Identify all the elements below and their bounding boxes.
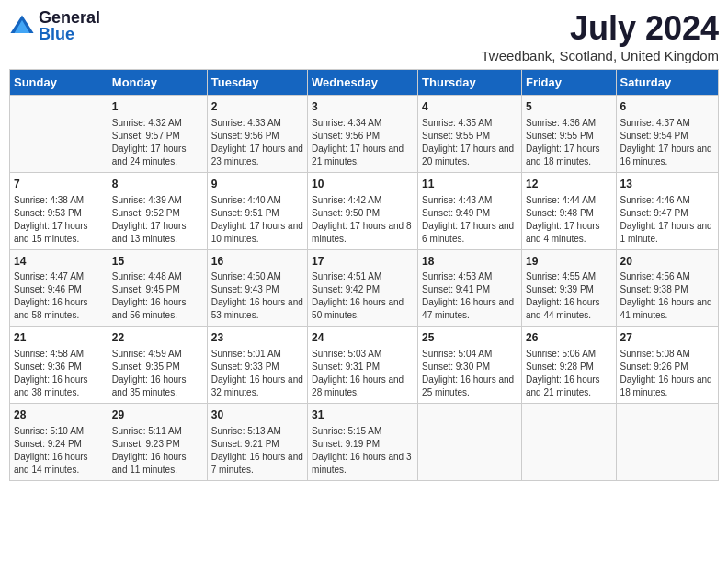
day-number: 15 <box>112 254 203 270</box>
calendar-cell: 17Sunrise: 4:51 AMSunset: 9:42 PMDayligh… <box>308 249 418 327</box>
day-number: 25 <box>422 330 518 346</box>
day-info: Sunrise: 5:01 AMSunset: 9:33 PMDaylight:… <box>211 348 303 399</box>
day-info: Sunrise: 4:39 AMSunset: 9:52 PMDaylight:… <box>112 194 203 246</box>
day-number: 24 <box>312 330 414 346</box>
day-number: 2 <box>211 99 303 115</box>
calendar-cell: 2Sunrise: 4:33 AMSunset: 9:56 PMDaylight… <box>207 96 307 173</box>
day-info: Sunrise: 4:55 AMSunset: 9:39 PMDaylight:… <box>526 270 612 322</box>
calendar-cell: 16Sunrise: 4:50 AMSunset: 9:43 PMDayligh… <box>207 249 307 327</box>
day-info: Sunrise: 4:53 AMSunset: 9:41 PMDaylight:… <box>422 270 518 322</box>
col-thursday: Thursday <box>418 70 522 96</box>
calendar-cell: 19Sunrise: 4:55 AMSunset: 9:39 PMDayligh… <box>521 249 616 327</box>
day-info: Sunrise: 4:56 AMSunset: 9:38 PMDaylight:… <box>620 270 714 322</box>
day-info: Sunrise: 4:59 AMSunset: 9:35 PMDaylight:… <box>112 348 203 399</box>
calendar-cell: 3Sunrise: 4:34 AMSunset: 9:56 PMDaylight… <box>308 96 418 173</box>
day-number: 14 <box>14 254 104 270</box>
day-number: 29 <box>112 408 203 423</box>
col-saturday: Saturday <box>616 70 718 96</box>
calendar-cell: 20Sunrise: 4:56 AMSunset: 9:38 PMDayligh… <box>616 249 718 327</box>
day-info: Sunrise: 4:42 AMSunset: 9:50 PMDaylight:… <box>312 194 414 246</box>
day-number: 5 <box>526 99 612 115</box>
header-row: Sunday Monday Tuesday Wednesday Thursday… <box>10 70 719 96</box>
calendar-cell: 23Sunrise: 5:01 AMSunset: 9:33 PMDayligh… <box>207 327 307 404</box>
day-number: 22 <box>112 330 203 346</box>
day-number: 6 <box>620 99 714 115</box>
col-sunday: Sunday <box>10 70 108 96</box>
day-number: 3 <box>312 99 414 115</box>
calendar-cell: 18Sunrise: 4:53 AMSunset: 9:41 PMDayligh… <box>418 249 522 327</box>
calendar-week-4: 21Sunrise: 4:58 AMSunset: 9:36 PMDayligh… <box>10 327 719 404</box>
calendar-cell: 30Sunrise: 5:13 AMSunset: 9:21 PMDayligh… <box>207 404 307 481</box>
day-info: Sunrise: 5:15 AMSunset: 9:19 PMDaylight:… <box>312 425 414 477</box>
day-number: 1 <box>112 99 203 115</box>
day-info: Sunrise: 5:11 AMSunset: 9:23 PMDaylight:… <box>112 425 203 477</box>
calendar-cell <box>616 404 718 481</box>
calendar-week-2: 7Sunrise: 4:38 AMSunset: 9:53 PMDaylight… <box>10 172 719 249</box>
calendar-table: Sunday Monday Tuesday Wednesday Thursday… <box>9 69 719 481</box>
day-number: 27 <box>620 330 714 346</box>
calendar-cell: 13Sunrise: 4:46 AMSunset: 9:47 PMDayligh… <box>616 172 718 249</box>
logo-blue-text: Blue <box>39 25 74 43</box>
day-info: Sunrise: 4:33 AMSunset: 9:56 PMDaylight:… <box>211 117 303 168</box>
calendar-cell: 14Sunrise: 4:47 AMSunset: 9:46 PMDayligh… <box>10 249 108 327</box>
day-info: Sunrise: 5:08 AMSunset: 9:26 PMDaylight:… <box>620 348 714 399</box>
day-info: Sunrise: 5:04 AMSunset: 9:30 PMDaylight:… <box>422 348 518 399</box>
day-number: 16 <box>211 254 303 270</box>
calendar-cell <box>418 404 522 481</box>
day-info: Sunrise: 4:43 AMSunset: 9:49 PMDaylight:… <box>422 194 518 246</box>
calendar-cell: 27Sunrise: 5:08 AMSunset: 9:26 PMDayligh… <box>616 327 718 404</box>
month-title: July 2024 <box>482 9 720 48</box>
calendar-body: 1Sunrise: 4:32 AMSunset: 9:57 PMDaylight… <box>10 96 719 481</box>
day-info: Sunrise: 4:35 AMSunset: 9:55 PMDaylight:… <box>422 117 518 168</box>
day-info: Sunrise: 4:37 AMSunset: 9:54 PMDaylight:… <box>620 117 714 168</box>
day-info: Sunrise: 4:44 AMSunset: 9:48 PMDaylight:… <box>526 194 612 246</box>
calendar-cell: 26Sunrise: 5:06 AMSunset: 9:28 PMDayligh… <box>521 327 616 404</box>
calendar-cell: 7Sunrise: 4:38 AMSunset: 9:53 PMDaylight… <box>10 172 108 249</box>
day-info: Sunrise: 4:58 AMSunset: 9:36 PMDaylight:… <box>14 348 104 399</box>
day-info: Sunrise: 5:10 AMSunset: 9:24 PMDaylight:… <box>14 425 104 477</box>
calendar-week-5: 28Sunrise: 5:10 AMSunset: 9:24 PMDayligh… <box>10 404 719 481</box>
calendar-cell: 12Sunrise: 4:44 AMSunset: 9:48 PMDayligh… <box>521 172 616 249</box>
day-number: 7 <box>14 177 104 192</box>
calendar-cell: 5Sunrise: 4:36 AMSunset: 9:55 PMDaylight… <box>521 96 616 173</box>
calendar-cell: 15Sunrise: 4:48 AMSunset: 9:45 PMDayligh… <box>108 249 207 327</box>
day-number: 17 <box>312 254 414 270</box>
calendar-cell: 11Sunrise: 4:43 AMSunset: 9:49 PMDayligh… <box>418 172 522 249</box>
day-number: 9 <box>211 177 303 192</box>
day-number: 26 <box>526 330 612 346</box>
day-info: Sunrise: 5:13 AMSunset: 9:21 PMDaylight:… <box>211 425 303 477</box>
day-number: 19 <box>526 254 612 270</box>
day-number: 20 <box>620 254 714 270</box>
day-number: 11 <box>422 177 518 192</box>
day-info: Sunrise: 4:48 AMSunset: 9:45 PMDaylight:… <box>112 270 203 322</box>
calendar-cell: 21Sunrise: 4:58 AMSunset: 9:36 PMDayligh… <box>10 327 108 404</box>
day-info: Sunrise: 4:46 AMSunset: 9:47 PMDaylight:… <box>620 194 714 246</box>
col-wednesday: Wednesday <box>308 70 418 96</box>
calendar-week-1: 1Sunrise: 4:32 AMSunset: 9:57 PMDaylight… <box>10 96 719 173</box>
day-info: Sunrise: 4:50 AMSunset: 9:43 PMDaylight:… <box>211 270 303 322</box>
calendar-cell: 25Sunrise: 5:04 AMSunset: 9:30 PMDayligh… <box>418 327 522 404</box>
calendar-cell: 8Sunrise: 4:39 AMSunset: 9:52 PMDaylight… <box>108 172 207 249</box>
logo-general-text: General <box>39 9 100 26</box>
col-friday: Friday <box>521 70 616 96</box>
day-number: 28 <box>14 408 104 423</box>
day-number: 13 <box>620 177 714 192</box>
day-number: 30 <box>211 408 303 423</box>
page-header: General Blue July 2024 Tweedbank, Scotla… <box>9 9 719 63</box>
day-info: Sunrise: 4:36 AMSunset: 9:55 PMDaylight:… <box>526 117 612 168</box>
day-info: Sunrise: 4:32 AMSunset: 9:57 PMDaylight:… <box>112 117 203 168</box>
calendar-cell: 31Sunrise: 5:15 AMSunset: 9:19 PMDayligh… <box>308 404 418 481</box>
calendar-cell: 1Sunrise: 4:32 AMSunset: 9:57 PMDaylight… <box>108 96 207 173</box>
logo: General Blue <box>9 9 100 43</box>
day-number: 12 <box>526 177 612 192</box>
calendar-cell: 28Sunrise: 5:10 AMSunset: 9:24 PMDayligh… <box>10 404 108 481</box>
logo-icon <box>9 14 35 40</box>
col-monday: Monday <box>108 70 207 96</box>
col-tuesday: Tuesday <box>207 70 307 96</box>
day-info: Sunrise: 4:40 AMSunset: 9:51 PMDaylight:… <box>211 194 303 246</box>
calendar-cell: 24Sunrise: 5:03 AMSunset: 9:31 PMDayligh… <box>308 327 418 404</box>
calendar-cell: 22Sunrise: 4:59 AMSunset: 9:35 PMDayligh… <box>108 327 207 404</box>
calendar-cell: 6Sunrise: 4:37 AMSunset: 9:54 PMDaylight… <box>616 96 718 173</box>
day-info: Sunrise: 4:38 AMSunset: 9:53 PMDaylight:… <box>14 194 104 246</box>
day-number: 31 <box>312 408 414 423</box>
